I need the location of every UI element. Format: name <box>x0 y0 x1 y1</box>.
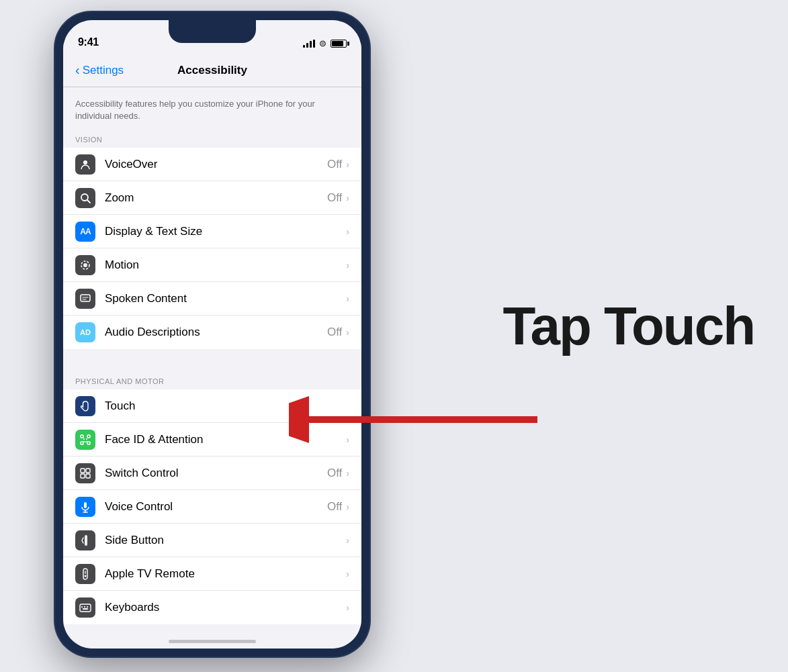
svg-rect-6 <box>87 435 90 438</box>
navigation-bar: ‹ Settings Accessibility <box>63 54 361 87</box>
side-button-chevron-icon: › <box>346 535 349 546</box>
side-button-label: Side Button <box>105 534 346 547</box>
svg-rect-18 <box>85 535 87 546</box>
voice-control-row[interactable]: Voice Control Off › <box>63 490 361 524</box>
svg-rect-25 <box>87 606 88 608</box>
svg-rect-8 <box>87 442 90 444</box>
page-title: Accessibility <box>177 64 247 77</box>
touch-label: Touch <box>105 399 349 413</box>
svg-point-10 <box>86 438 87 440</box>
keyboards-label: Keyboards <box>105 601 346 614</box>
phone-screen: 9:41 ⊜ ‹ Set <box>63 20 361 649</box>
apple-tv-remote-row[interactable]: Apple TV Remote › <box>63 557 361 591</box>
voiceover-value: Off <box>327 158 342 171</box>
keyboards-chevron-icon: › <box>346 602 349 613</box>
face-id-attention-row[interactable]: Face ID & Attention › <box>63 423 361 457</box>
vision-group: VoiceOver Off › Zoom Off › AA <box>63 148 361 349</box>
svg-rect-11 <box>81 469 85 473</box>
phone-device: 9:41 ⊜ ‹ Set <box>55 12 369 657</box>
side-button-icon <box>75 530 95 550</box>
face-id-attention-label: Face ID & Attention <box>105 433 346 446</box>
back-chevron-icon: ‹ <box>75 62 80 78</box>
audio-descriptions-chevron-icon: › <box>346 327 349 338</box>
zoom-row[interactable]: Zoom Off › <box>63 181 361 215</box>
face-id-attention-chevron-icon: › <box>346 434 349 445</box>
phone-body: 9:41 ⊜ ‹ Set <box>55 12 369 657</box>
svg-rect-24 <box>84 606 85 608</box>
vision-section-header: VISION <box>63 132 361 148</box>
status-time: 9:41 <box>78 36 99 48</box>
tap-touch-annotation: Tap Touch <box>502 295 754 357</box>
apple-tv-remote-icon <box>75 564 95 584</box>
display-text-size-row[interactable]: AA Display & Text Size › <box>63 215 361 248</box>
svg-rect-12 <box>86 469 90 473</box>
voiceover-label: VoiceOver <box>105 158 327 171</box>
svg-rect-13 <box>81 474 85 478</box>
status-icons: ⊜ <box>303 38 347 48</box>
voice-control-chevron-icon: › <box>346 501 349 512</box>
voice-control-value: Off <box>327 500 342 514</box>
back-label[interactable]: Settings <box>83 64 124 77</box>
apple-tv-remote-label: Apple TV Remote <box>105 567 346 581</box>
side-button-row[interactable]: Side Button › <box>63 524 361 557</box>
svg-point-2 <box>83 263 87 267</box>
touch-row[interactable]: Touch <box>63 389 361 423</box>
voiceover-chevron-icon: › <box>346 159 349 170</box>
switch-control-icon <box>75 463 95 483</box>
zoom-icon <box>75 188 95 208</box>
svg-rect-14 <box>86 474 90 478</box>
signal-icon <box>303 40 315 48</box>
svg-rect-15 <box>84 502 87 508</box>
physical-motor-group: Touch <box>63 389 361 624</box>
motion-row[interactable]: Motion › <box>63 248 361 282</box>
back-button[interactable]: ‹ Settings <box>75 62 124 78</box>
svg-point-0 <box>83 160 87 164</box>
face-id-attention-icon <box>75 430 95 450</box>
svg-point-9 <box>83 438 85 440</box>
svg-rect-19 <box>83 569 87 579</box>
zoom-chevron-icon: › <box>346 193 349 203</box>
svg-rect-7 <box>81 442 83 444</box>
svg-rect-5 <box>81 435 83 438</box>
keyboards-icon <box>75 597 95 618</box>
touch-icon <box>75 396 95 416</box>
voiceover-row[interactable]: VoiceOver Off › <box>63 148 361 181</box>
voice-control-icon <box>75 497 95 517</box>
spoken-content-chevron-icon: › <box>346 293 349 304</box>
motion-label: Motion <box>105 258 346 272</box>
zoom-label: Zoom <box>105 191 327 205</box>
battery-icon <box>331 40 347 48</box>
physical-motor-section-header: PHYSICAL AND MOTOR <box>63 373 361 389</box>
switch-control-value: Off <box>327 467 342 480</box>
keyboards-row[interactable]: Keyboards › <box>63 591 361 624</box>
svg-rect-23 <box>81 606 83 608</box>
voice-control-label: Voice Control <box>105 500 327 514</box>
home-indicator <box>169 640 256 643</box>
display-text-size-chevron-icon: › <box>346 226 349 237</box>
svg-point-20 <box>85 575 87 577</box>
spoken-content-label: Spoken Content <box>105 292 346 305</box>
switch-control-row[interactable]: Switch Control Off › <box>63 457 361 490</box>
spoken-content-row[interactable]: Spoken Content › <box>63 282 361 316</box>
voiceover-icon <box>75 154 95 175</box>
switch-control-chevron-icon: › <box>346 468 349 479</box>
switch-control-label: Switch Control <box>105 467 327 480</box>
spoken-content-icon <box>75 289 95 309</box>
notch <box>169 20 256 43</box>
audio-descriptions-row[interactable]: AD Audio Descriptions Off › <box>63 316 361 349</box>
audio-descriptions-label: Audio Descriptions <box>105 326 327 339</box>
apple-tv-remote-chevron-icon: › <box>346 569 349 579</box>
display-text-size-label: Display & Text Size <box>105 225 346 238</box>
svg-rect-22 <box>80 604 91 612</box>
motion-chevron-icon: › <box>346 260 349 271</box>
wifi-icon: ⊜ <box>319 38 326 48</box>
audio-descriptions-icon: AD <box>75 322 95 342</box>
motion-icon <box>75 255 95 275</box>
svg-rect-26 <box>83 608 88 610</box>
group-spacer-1 <box>63 349 361 373</box>
content-area: Accessibility features help you customiz… <box>63 87 361 649</box>
audio-descriptions-value: Off <box>327 326 342 339</box>
svg-rect-4 <box>81 295 90 301</box>
description-text: Accessibility features help you customiz… <box>63 87 361 132</box>
display-text-size-icon: AA <box>75 222 95 242</box>
